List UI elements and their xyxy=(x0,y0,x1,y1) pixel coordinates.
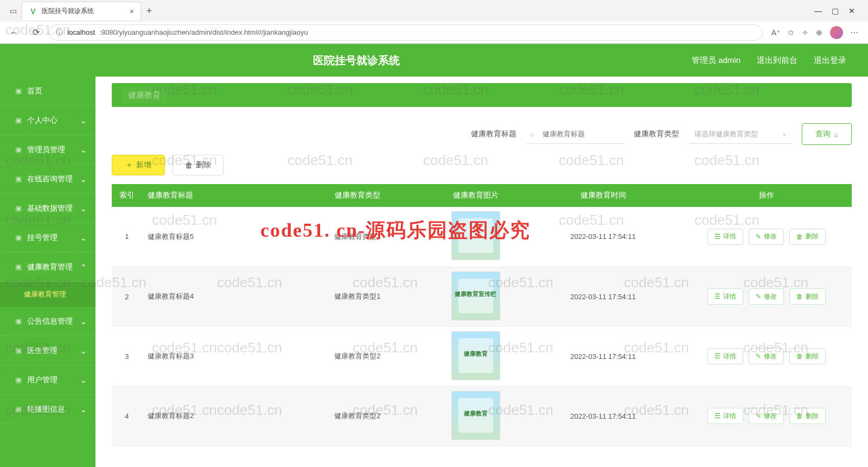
cell-ops: ☰详情 ✎修改 🗑删除 xyxy=(682,207,852,267)
cell-type: 健康教育类型1 xyxy=(288,267,427,326)
sidebar-item-profile[interactable]: ▣ 个人中心 xyxy=(0,106,95,135)
thumbnail[interactable]: 健康教育宣传栏 xyxy=(451,272,500,320)
url-field[interactable]: ⓘ localhost:8080/yiyuanguanhaojiuzhen/ad… xyxy=(49,24,763,41)
cell-title: 健康教育标题3 xyxy=(142,326,288,386)
sidebar-item-label: 健康教育管理 xyxy=(27,262,73,272)
favicon-icon: V xyxy=(29,7,37,16)
plus-icon: ＋ xyxy=(125,160,133,170)
main-content: 健康教育 健康教育标题 ⌕ 健康教育类型 请选择健康教育类型 查询 ⌕ ＋ 新增 xyxy=(95,77,868,467)
sidebar-item-carousel[interactable]: ▣ 轮播图信息 xyxy=(0,395,95,424)
row-delete-button[interactable]: 🗑删除 xyxy=(789,348,826,364)
sidebar-item-home[interactable]: ▣ 首页 xyxy=(0,77,95,106)
thumbnail[interactable] xyxy=(451,211,500,260)
sidebar-item-doctor[interactable]: ▣ 医生管理 xyxy=(0,336,95,365)
thumbnail[interactable]: 健康教育 xyxy=(451,331,500,380)
tabs-overview-icon[interactable]: ▭ xyxy=(4,2,22,20)
close-window-icon[interactable]: ✕ xyxy=(848,7,855,15)
breadcrumb-current: 健康教育 xyxy=(122,87,167,103)
new-tab-button[interactable]: + xyxy=(141,5,157,17)
sidebar-item-admin[interactable]: ▣ 管理员管理 xyxy=(0,135,95,165)
trash-icon: 🗑 xyxy=(796,293,803,300)
tab-title: 医院挂号就诊系统 xyxy=(42,7,125,16)
sidebar-item-user[interactable]: ▣ 用户管理 xyxy=(0,365,95,395)
more-icon[interactable]: ⋯ xyxy=(851,28,858,37)
edit-button[interactable]: ✎修改 xyxy=(749,408,784,424)
list-icon: ☰ xyxy=(714,412,720,420)
profile-avatar[interactable] xyxy=(830,26,843,39)
read-aloud-icon[interactable]: A⁺ xyxy=(771,28,780,37)
sidebar-item-label: 在线咨询管理 xyxy=(27,174,73,184)
detail-button[interactable]: ☰详情 xyxy=(707,348,743,364)
sidebar-subitem-health-edu[interactable]: 健康教育管理 xyxy=(0,282,95,307)
delete-button[interactable]: 🗑 删除 xyxy=(173,155,224,175)
detail-button[interactable]: ☰详情 xyxy=(707,229,743,245)
sidebar-item-basedata[interactable]: ▣ 基础数据管理 xyxy=(0,194,95,223)
detail-button[interactable]: ☰详情 xyxy=(707,288,743,305)
cell-title: 健康教育标题2 xyxy=(142,386,288,446)
th-time: 健康教育时间 xyxy=(524,184,682,207)
edit-button[interactable]: ✎修改 xyxy=(749,288,784,305)
favorites-icon[interactable]: ✧ xyxy=(802,28,808,37)
cell-ops: ☰详情 ✎修改 🗑删除 xyxy=(682,267,852,326)
query-button[interactable]: 查询 ⌕ xyxy=(802,123,852,145)
current-user-label[interactable]: 管理员 admin xyxy=(692,55,741,66)
query-label: 查询 xyxy=(815,129,831,139)
cell-ops: ☰详情 ✎修改 🗑删除 xyxy=(682,326,852,386)
edit-button[interactable]: ✎修改 xyxy=(749,229,784,245)
filter-type-select[interactable]: 请选择健康教育类型 xyxy=(689,124,792,144)
sidebar-subitem-label: 健康教育管理 xyxy=(24,289,66,299)
app-header: 医院挂号就诊系统 管理员 admin 退出到前台 退出登录 xyxy=(0,44,868,77)
sidebar-item-consult[interactable]: ▣ 在线咨询管理 xyxy=(0,165,95,194)
sidebar-item-announcement[interactable]: ▣ 公告信息管理 xyxy=(0,307,95,336)
cell-time: 2022-03-11 17:54:11 xyxy=(524,267,682,326)
detail-button[interactable]: ☰详情 xyxy=(707,408,743,424)
maximize-icon[interactable]: ▢ xyxy=(832,7,839,15)
trash-icon: 🗑 xyxy=(796,352,803,360)
th-image: 健康教育图片 xyxy=(427,184,524,207)
edit-button[interactable]: ✎修改 xyxy=(749,348,784,364)
sidebar-item-label: 用户管理 xyxy=(27,375,58,385)
toolbar: ＋ 新增 🗑 删除 xyxy=(112,155,852,175)
back-button[interactable]: ← xyxy=(5,24,23,41)
cell-time: 2022-03-11 17:54:11 xyxy=(524,386,682,446)
star-icon[interactable]: ✩ xyxy=(788,28,794,37)
table-row: 1 健康教育标题5 健康教育类型1 2022-03-11 17:54:11 ☰详… xyxy=(112,207,852,267)
doc-icon: ▣ xyxy=(15,234,22,242)
row-delete-button[interactable]: 🗑删除 xyxy=(789,408,826,424)
browser-tab[interactable]: V 医院挂号就诊系统 × xyxy=(22,2,141,20)
cell-ops: ☰详情 ✎修改 🗑删除 xyxy=(682,386,852,446)
logout-to-front-link[interactable]: 退出到前台 xyxy=(757,55,797,66)
logout-link[interactable]: 退出登录 xyxy=(814,55,846,66)
row-delete-button[interactable]: 🗑删除 xyxy=(789,229,826,245)
cell-image: 健康教育宣传栏 xyxy=(427,267,524,326)
refresh-button[interactable]: ⟳ xyxy=(27,24,44,41)
filter-title-input[interactable] xyxy=(526,124,624,144)
sidebar-item-health-edu[interactable]: ▣ 健康教育管理 xyxy=(0,253,95,282)
close-tab-icon[interactable]: × xyxy=(130,7,134,16)
sidebar-item-label: 挂号管理 xyxy=(27,233,58,243)
cell-index: 4 xyxy=(112,386,142,446)
sidebar-item-label: 个人中心 xyxy=(27,116,58,125)
window-controls: — ▢ ✕ xyxy=(806,7,864,15)
sidebar: ▣ 首页 ▣ 个人中心 ▣ 管理员管理 ▣ 在线咨询管理 ▣ 基础数据管理 ▣ … xyxy=(0,77,95,467)
sidebar-item-register[interactable]: ▣ 挂号管理 xyxy=(0,223,95,253)
users-icon: ▣ xyxy=(15,376,22,384)
minimize-icon[interactable]: — xyxy=(814,7,822,15)
site-info-icon[interactable]: ⓘ xyxy=(56,28,63,37)
th-type: 健康教育类型 xyxy=(288,184,427,207)
app-title: 医院挂号就诊系统 xyxy=(22,53,692,68)
data-icon: ▣ xyxy=(15,204,22,212)
admin-icon: ▣ xyxy=(15,146,22,154)
collections-icon[interactable]: ⊕ xyxy=(816,28,822,37)
cell-type: 健康教育类型2 xyxy=(288,386,427,446)
row-delete-button[interactable]: 🗑删除 xyxy=(789,288,826,305)
sidebar-item-label: 管理员管理 xyxy=(27,145,65,155)
list-icon: ☰ xyxy=(714,293,720,300)
data-table: 索引 健康教育标题 健康教育类型 健康教育图片 健康教育时间 操作 1 健康教育… xyxy=(112,184,852,446)
sidebar-item-label: 医生管理 xyxy=(27,346,58,356)
add-button[interactable]: ＋ 新增 xyxy=(112,155,165,175)
main-layout: ▣ 首页 ▣ 个人中心 ▣ 管理员管理 ▣ 在线咨询管理 ▣ 基础数据管理 ▣ … xyxy=(0,77,868,467)
th-ops: 操作 xyxy=(682,184,852,207)
pencil-icon: ✎ xyxy=(756,352,761,360)
thumbnail[interactable]: 健康教育 xyxy=(451,391,500,440)
